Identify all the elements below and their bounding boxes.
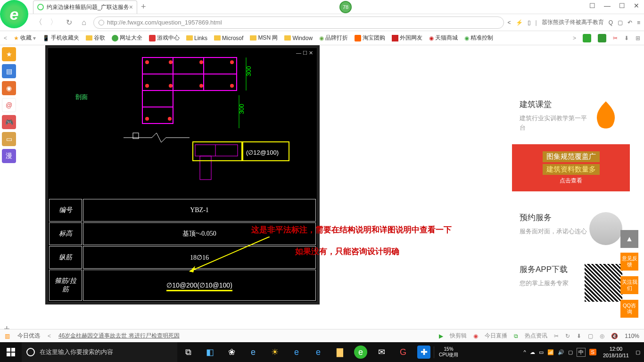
qq-consult-button[interactable]: QQ咨询 — [620, 300, 638, 318]
cpu-monitor[interactable]: 15% CPU使用 — [434, 346, 463, 358]
ime-indicator[interactable]: 中 — [577, 348, 586, 357]
sidebar-book[interactable]: ▭ — [2, 132, 16, 146]
taskbar-clock[interactable]: 12:00 2018/10/11 — [600, 346, 632, 359]
card-appointment[interactable]: 预约服务 服务面对面，承诺心连心 — [512, 206, 630, 252]
ext-2-icon[interactable] — [598, 34, 606, 42]
explorer-icon[interactable]: ▇ — [329, 342, 351, 362]
extensions-icon[interactable]: ▯ — [528, 19, 531, 26]
maximize-icon[interactable]: ☐ — [619, 2, 625, 9]
site-info-icon[interactable] — [99, 20, 104, 25]
app-2-icon[interactable]: ❀ — [221, 342, 242, 362]
minimize-icon[interactable]: — — [604, 2, 611, 9]
ext-scissors-icon[interactable]: ✂ — [613, 35, 618, 41]
back-button[interactable]: 〈 — [33, 17, 44, 28]
ie-icon[interactable]: e — [307, 342, 329, 362]
bookmark-games[interactable]: 游戏中心 — [149, 34, 180, 42]
today-pick[interactable]: 今日优选 — [17, 332, 40, 340]
clip-icon[interactable]: ▶ — [439, 333, 443, 339]
promo-banner[interactable]: 图集规范覆盖广 建筑资料数量多 点击查看 — [512, 144, 630, 191]
browser-logo[interactable] — [0, 0, 28, 28]
today-pick-icon[interactable]: ▥ — [5, 333, 10, 339]
bookmark-window[interactable]: Window — [284, 35, 313, 41]
bolt-icon[interactable]: ⚡ — [516, 19, 523, 26]
app-3-icon[interactable]: ☀ — [264, 342, 286, 362]
sidebar-manhua[interactable]: 漫 — [2, 149, 16, 163]
bookbar-prev[interactable]: < — [4, 35, 7, 41]
download-icon[interactable]: ⬇ — [577, 333, 581, 339]
live-icon[interactable]: ◉ — [473, 333, 478, 339]
follow-button[interactable]: 关注我们 — [620, 276, 638, 294]
sidebar-news[interactable]: ▤ — [2, 64, 16, 78]
feedback-button[interactable]: 意见反馈 — [620, 253, 638, 271]
share-icon[interactable]: < — [508, 19, 511, 26]
accelerator-badge[interactable]: 78 — [339, 1, 352, 13]
mute-icon[interactable]: 🔇 — [611, 333, 618, 339]
scroll-top-button[interactable]: ▲ — [620, 230, 638, 248]
bookmark-brand[interactable]: ◉品牌打折 — [319, 34, 348, 42]
tool-2-icon[interactable]: ↻ — [565, 333, 570, 339]
news-prev-icon[interactable]: < — [48, 333, 51, 339]
bookmark-msn[interactable]: MSN 网 — [250, 34, 278, 42]
bookmark-links[interactable]: Links — [186, 35, 207, 41]
forward-button[interactable]: 〉 — [48, 17, 59, 28]
card-app-download[interactable]: 服务APP下载 您的掌上服务专家 — [512, 257, 630, 308]
address-bar[interactable]: http://e.fwxgx.com/question_1957869.html — [93, 16, 504, 29]
360-browser-icon[interactable]: e — [354, 346, 367, 359]
ext-1-icon[interactable] — [583, 34, 591, 42]
tool-1-icon[interactable]: ✂ — [554, 333, 559, 339]
mail-icon[interactable]: ✉ — [371, 342, 392, 362]
undo-icon[interactable]: ↶ — [627, 19, 632, 26]
bookmark-tmall[interactable]: ◉天猫商城 — [429, 34, 458, 42]
app-5-icon[interactable]: ✚ — [417, 346, 430, 359]
edge-legacy-icon[interactable]: e — [242, 342, 264, 362]
ime-sogou-icon[interactable]: S — [589, 349, 596, 355]
tray-up-icon[interactable]: ^ — [523, 349, 526, 355]
menu-icon[interactable]: ≡ — [637, 19, 640, 26]
tab-close-icon[interactable]: × — [129, 3, 133, 11]
bookmark-google[interactable]: 谷歌 — [86, 34, 105, 42]
bookbar-next[interactable]: > — [573, 35, 576, 41]
sidebar-mail[interactable]: @ — [2, 98, 16, 112]
ext-grid-icon[interactable]: ⊞ — [636, 35, 640, 41]
cortana-icon — [26, 348, 35, 356]
app-1-icon[interactable]: ◧ — [199, 342, 221, 362]
new-tab-button[interactable]: + — [141, 2, 146, 12]
action-center-icon[interactable]: ▢ — [636, 349, 640, 355]
tray-battery-icon[interactable]: ▭ — [539, 349, 544, 355]
home-button[interactable]: ⌂ — [78, 17, 90, 28]
sidebar-game[interactable]: 🎮 — [2, 115, 16, 129]
bookmark-taobao[interactable]: 淘宝团购 — [355, 34, 385, 42]
reader-icon[interactable]: ▢ — [618, 19, 623, 26]
sidebar-weibo[interactable]: ◉ — [2, 81, 16, 95]
zoom-level[interactable]: 110% — [625, 333, 639, 339]
app-4-icon[interactable]: G — [392, 342, 414, 362]
start-button[interactable] — [0, 342, 22, 362]
search-hint[interactable]: 嚣张熊孩子终被高手教育 — [542, 18, 604, 26]
bookmark-mobile[interactable]: 📱手机收藏夹 — [42, 34, 79, 42]
sidebar-favorites[interactable]: ★ — [2, 47, 16, 61]
tray-wifi-icon[interactable]: 📶 — [547, 349, 554, 355]
hot-icon[interactable]: ⧉ — [514, 333, 518, 339]
task-view-icon[interactable]: ⧉ — [177, 342, 199, 362]
ext-download-icon[interactable]: ⬇ — [624, 35, 629, 41]
tool-4-icon[interactable]: ◎ — [600, 333, 604, 339]
browser-tab[interactable]: 约束边缘柱箍筋问题_广联达服务 × — [33, 0, 137, 14]
edge-icon[interactable]: e — [286, 342, 307, 362]
tray-cloud-icon[interactable]: ☁ — [530, 349, 535, 355]
tray-notify-icon[interactable]: ▢ — [568, 349, 573, 355]
reload-button[interactable]: ↻ — [63, 17, 74, 28]
cad-dim-1: 300 — [245, 66, 252, 76]
bookmark-precise[interactable]: ◉精准控制 — [464, 34, 493, 42]
close-icon[interactable]: ✕ — [634, 2, 639, 9]
taskbar-search[interactable]: 在这里输入你要搜索的内容 — [22, 342, 177, 362]
search-icon[interactable]: Q — [609, 19, 613, 26]
bookmark-sites[interactable]: 网址大全 — [112, 34, 142, 42]
news-ticker[interactable]: 46岁金柱赫因交通事故去世 将进行尸检查明死因 — [58, 332, 180, 340]
bookmark-foreign[interactable]: 外国网友 — [392, 34, 422, 42]
tool-3-icon[interactable]: ▢ — [588, 333, 593, 339]
bookmark-favorites[interactable]: ★收藏▾ — [14, 34, 36, 42]
window-menu-icon[interactable]: ☐ — [589, 2, 595, 9]
card-course[interactable]: 建筑课堂 建筑行业实训教学第一平台 — [512, 92, 630, 139]
tray-volume-icon[interactable]: 🔊 — [558, 349, 564, 355]
bookmark-microsoft[interactable]: Microsof — [214, 35, 243, 41]
